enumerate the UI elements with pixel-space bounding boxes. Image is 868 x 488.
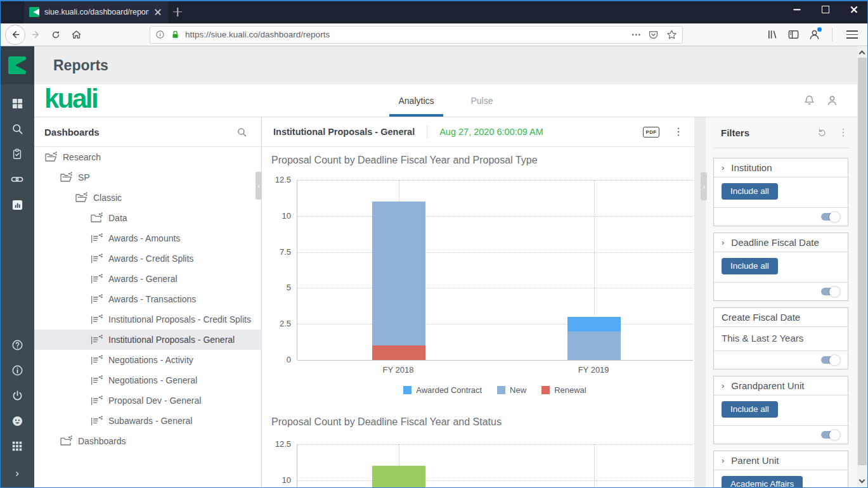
filter-chip[interactable]: Include all xyxy=(722,401,778,418)
grid-line xyxy=(297,252,693,253)
dashboard-tree-item[interactable]: Institutional Proposals - General xyxy=(34,330,261,350)
feedback-icon[interactable] xyxy=(0,408,34,433)
dashboard-tree-item[interactable]: Awards - General xyxy=(34,269,261,289)
report-menu-icon[interactable]: ⋮ xyxy=(673,127,683,137)
dashboard-tree-item[interactable]: Classic xyxy=(34,188,261,208)
account-icon[interactable] xyxy=(808,29,820,41)
filter-chip[interactable]: Include all xyxy=(722,183,778,200)
filter-card-header[interactable]: › Parent Unit xyxy=(714,451,848,470)
y-tick-label: 12.5 xyxy=(262,439,291,449)
back-button[interactable] xyxy=(5,25,25,45)
grid-line xyxy=(297,216,693,217)
dashboard-tree-item[interactable]: Negotiations - General xyxy=(34,370,261,390)
export-pdf-button[interactable]: PDF xyxy=(643,127,659,138)
notifications-bell-icon[interactable] xyxy=(803,94,815,106)
dashboard-tree-item[interactable]: Awards - Amounts xyxy=(34,228,261,248)
dashboard-tree-item[interactable]: Dashboards xyxy=(34,431,261,451)
account-badge xyxy=(817,27,822,32)
chevron-right-icon: › xyxy=(722,238,724,247)
filter-toggle[interactable] xyxy=(821,356,839,364)
kuali-logo-icon[interactable] xyxy=(0,46,34,84)
tab-analytics[interactable]: Analytics xyxy=(384,84,448,117)
chart2-plot: 02.557.51012.5 xyxy=(297,444,693,488)
grid-line xyxy=(297,180,693,181)
tab-close-icon[interactable] xyxy=(153,7,163,17)
tree-search-icon[interactable] xyxy=(236,127,247,138)
dashboard-tree-item[interactable]: Data xyxy=(34,208,261,228)
signout-icon[interactable] xyxy=(0,383,34,408)
scroll-down-icon[interactable] xyxy=(859,477,865,484)
filter-toggle-row xyxy=(714,351,848,369)
dashboard-tree-item[interactable]: Institutional Proposals - Credit Splits xyxy=(34,309,261,330)
filter-card-header[interactable]: › Deadline Fiscal Date xyxy=(714,233,848,252)
page-scrollbar[interactable] xyxy=(857,47,867,487)
page-info-icon[interactable] xyxy=(155,30,165,39)
pocket-icon[interactable] xyxy=(648,29,659,40)
filter-value-row[interactable]: This & Last 2 Years xyxy=(714,327,848,351)
reload-button[interactable] xyxy=(46,25,66,45)
legend-swatch xyxy=(541,386,550,394)
report-header: Institutional Proposals - General Aug 27… xyxy=(262,117,694,147)
filter-chip-row: Include all xyxy=(714,252,848,283)
library-icon[interactable] xyxy=(767,29,779,41)
dashboard-tree-item[interactable]: Negotiations - Activity xyxy=(34,350,261,370)
dashboard-tree-item[interactable]: SP xyxy=(34,167,261,188)
apps-icon[interactable] xyxy=(0,433,34,459)
forward-button[interactable] xyxy=(25,25,46,45)
folder-open-icon xyxy=(60,172,72,183)
reset-filters-icon[interactable] xyxy=(816,127,827,138)
url-text[interactable]: https://siue.kuali.co/dashboard/reports xyxy=(185,30,626,39)
bookmark-star-icon[interactable] xyxy=(666,29,677,40)
scrollbar-thumb[interactable] xyxy=(858,58,867,465)
expand-rail-icon[interactable]: › xyxy=(0,459,34,488)
tab-pulse[interactable]: Pulse xyxy=(457,84,507,117)
profile-icon[interactable] xyxy=(826,94,838,106)
sidebars-icon[interactable] xyxy=(787,29,800,41)
filter-toggle[interactable] xyxy=(821,213,839,221)
secure-lock-icon[interactable] xyxy=(171,30,180,39)
tasks-icon[interactable] xyxy=(0,141,34,167)
window-close-button[interactable] xyxy=(839,0,868,19)
search-icon[interactable] xyxy=(0,116,34,141)
report-icon xyxy=(90,354,103,366)
report-timestamp: Aug 27, 2020 6:00:09 AM xyxy=(439,127,543,137)
dashboard-tree-item[interactable]: Proposal Dev - General xyxy=(34,390,261,411)
dashboard-tree-item[interactable]: Subawards - General xyxy=(34,411,261,431)
filter-card: › Deadline Fiscal Date Include all xyxy=(713,233,848,301)
menu-icon[interactable] xyxy=(846,30,858,39)
filters-menu-icon[interactable]: ⋮ xyxy=(838,127,848,138)
grid-line xyxy=(297,324,693,324)
window-maximize-button[interactable] xyxy=(811,0,839,19)
dashboard-tree-item[interactable]: Research xyxy=(34,147,261,167)
filter-toggle-row xyxy=(714,283,848,300)
filter-chip[interactable]: Academic Affairs xyxy=(722,476,803,488)
dashboard-icon[interactable] xyxy=(0,91,34,116)
tree-item-label: Awards - Amounts xyxy=(108,233,180,243)
tree-item-label: Research xyxy=(63,152,101,162)
page-actions-icon[interactable]: ••• xyxy=(632,32,642,38)
filter-card-header[interactable]: › Institution xyxy=(714,158,848,177)
filter-chip[interactable]: Include all xyxy=(722,258,778,274)
new-tab-button[interactable] xyxy=(168,0,187,23)
dashboard-tree-item[interactable]: Awards - Credit Splits xyxy=(34,248,261,269)
scroll-up-icon[interactable] xyxy=(859,51,865,57)
y-tick-label: 10 xyxy=(262,211,291,221)
reports-icon[interactable] xyxy=(0,192,34,217)
grid-line-vertical xyxy=(594,444,595,488)
info-icon[interactable] xyxy=(0,357,34,383)
help-icon[interactable] xyxy=(0,332,34,357)
browser-tab[interactable]: siue.kuali.co/dashboard/reports xyxy=(24,0,168,23)
collapse-tree-panel-handle[interactable]: ‹ xyxy=(256,172,262,200)
tree-item-label: Classic xyxy=(93,193,122,203)
filters-panel: Filters ⋮ › Institution Include all › De… xyxy=(706,117,857,488)
filter-card-header[interactable]: › Grandparent Unit xyxy=(714,376,848,395)
dashboard-tree-item[interactable]: Awards - Transactions xyxy=(34,289,261,309)
filter-card-header[interactable]: Create Fiscal Date xyxy=(714,308,848,327)
home-button[interactable] xyxy=(66,25,86,45)
address-bar[interactable]: https://siue.kuali.co/dashboard/reports … xyxy=(150,26,683,44)
link-icon[interactable] xyxy=(0,167,34,192)
filter-toggle[interactable] xyxy=(821,288,839,295)
filter-toggle[interactable] xyxy=(821,431,839,439)
window-minimize-button[interactable] xyxy=(782,0,811,19)
expand-filters-panel-handle[interactable]: › xyxy=(701,172,707,200)
